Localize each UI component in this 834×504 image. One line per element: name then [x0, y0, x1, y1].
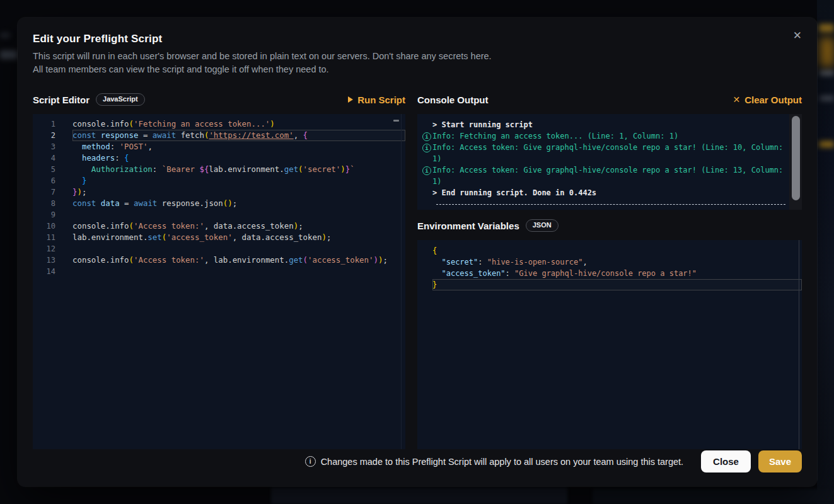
info-icon: i — [421, 130, 432, 142]
line-number: 4 — [33, 152, 55, 164]
script-editor-header: Script Editor JavaScript Run Script — [33, 93, 405, 106]
footer-notice: Changes made to this Preflight Script wi… — [321, 457, 683, 467]
code-line[interactable]: 8const data = await response.json(); — [33, 198, 405, 209]
backdrop-blur-shape — [820, 96, 834, 101]
backdrop-blur-shape — [820, 38, 834, 67]
code-line[interactable]: "access_token": "Give graphql-hive/conso… — [417, 268, 802, 279]
close-icon[interactable]: ✕ — [789, 26, 806, 45]
editor-scrollbar-thumb[interactable] — [393, 120, 399, 122]
code-line[interactable]: "secret": "hive-is-open-source", — [417, 256, 802, 268]
console-line: iInfo: Fetching an access token... (Line… — [421, 130, 802, 142]
close-button[interactable]: Close — [701, 450, 751, 472]
line-number: 8 — [33, 198, 55, 209]
code-line[interactable]: 10console.info('Access token:', data.acc… — [33, 220, 405, 232]
console-scrollbar-thumb[interactable] — [792, 116, 800, 200]
preflight-script-modal: ✕ Edit your Preflight Script This script… — [18, 18, 817, 486]
info-icon: i — [421, 164, 432, 187]
code-line[interactable]: 5 Authorization: `Bearer ${lab.environme… — [33, 164, 405, 175]
backdrop-blur-shape — [817, 0, 834, 504]
console-line: > Start running script — [421, 119, 802, 130]
console-line: iInfo: Access token: Give graphql-hive/c… — [421, 142, 802, 164]
clear-icon: ✕ — [733, 95, 740, 104]
line-number: 11 — [33, 232, 55, 243]
backdrop-blur-shape — [593, 489, 832, 504]
console-separator — [436, 204, 785, 205]
line-number: 10 — [33, 220, 55, 232]
code-line[interactable]: { — [417, 245, 802, 256]
javascript-badge: JavaScript — [96, 93, 145, 106]
backdrop-blur-shape — [271, 488, 567, 504]
clear-output-label: Clear Output — [744, 94, 802, 105]
line-number: 1 — [33, 118, 55, 130]
line-number: 3 — [33, 141, 55, 152]
console-line: > End running script. Done in 0.442s — [421, 187, 802, 198]
backdrop-blur-shape — [0, 50, 18, 59]
script-editor-column: Script Editor JavaScript Run Script 1con… — [33, 93, 405, 449]
code-line[interactable]: 7}); — [33, 186, 405, 198]
environment-header: Environment Variables JSON — [417, 219, 802, 232]
console-icon-spacer — [421, 119, 432, 130]
code-line[interactable]: 4 headers: { — [33, 152, 405, 164]
screen: ✕ Edit your Preflight Script This script… — [0, 0, 834, 504]
console-text: Info: Access token: Give graphql-hive/co… — [432, 142, 802, 164]
console-lines: > Start running scriptiInfo: Fetching an… — [421, 119, 802, 198]
code-line[interactable]: 3 method: 'POST', — [33, 141, 405, 152]
run-script-label: Run Script — [357, 94, 405, 105]
console-scrollbar-track[interactable] — [789, 114, 802, 210]
code-line[interactable]: 12 — [33, 243, 405, 255]
console-header: Console Output ✕ Clear Output — [417, 93, 802, 106]
clear-output-button[interactable]: ✕ Clear Output — [733, 94, 802, 105]
backdrop-blur-shape — [0, 33, 10, 38]
run-script-button[interactable]: Run Script — [348, 94, 405, 105]
console-output: > Start running scriptiInfo: Fetching an… — [417, 114, 802, 210]
line-number: 5 — [33, 164, 55, 175]
line-number: 13 — [33, 255, 55, 266]
info-icon: i — [305, 456, 316, 467]
code-line[interactable]: 6 } — [33, 175, 405, 186]
code-line[interactable]: 14 — [33, 266, 405, 277]
code-line[interactable]: 13console.info('Access token:', lab.envi… — [33, 255, 405, 266]
code-line[interactable]: 11lab.environment.set('access_token', da… — [33, 232, 405, 243]
line-number: 9 — [33, 209, 55, 220]
console-text: Info: Access token: Give graphql-hive/co… — [432, 164, 802, 187]
console-text: > End running script. Done in 0.442s — [432, 187, 802, 198]
modal-description-line1: This script will run in each user's brow… — [33, 50, 802, 63]
console-output-heading: Console Output — [417, 94, 489, 105]
backdrop-blur-shape — [819, 141, 834, 147]
json-badge: JSON — [526, 219, 559, 232]
modal-footer: i Changes made to this Preflight Script … — [33, 450, 802, 472]
line-number: 2 — [33, 130, 55, 141]
code-line[interactable]: } — [417, 279, 802, 290]
console-text: > Start running script — [432, 119, 802, 130]
script-editor-heading: Script Editor — [33, 94, 90, 105]
line-number: 12 — [33, 243, 55, 255]
code-line[interactable]: 9 — [33, 209, 405, 220]
line-number: 6 — [33, 175, 55, 186]
editor-columns: Script Editor JavaScript Run Script 1con… — [33, 93, 802, 449]
line-number: 14 — [33, 266, 55, 277]
save-button[interactable]: Save — [758, 450, 802, 472]
modal-description-line2: All team members can view the script and… — [33, 63, 802, 76]
code-line[interactable]: 1console.info('Fetching an access token.… — [33, 118, 405, 130]
backdrop-blur-shape — [819, 24, 834, 32]
console-icon-spacer — [421, 187, 432, 198]
modal-title: Edit your Preflight Script — [33, 33, 802, 45]
script-editor[interactable]: 1console.info('Fetching an access token.… — [33, 114, 405, 449]
console-line: iInfo: Access token: Give graphql-hive/c… — [421, 164, 802, 187]
play-icon — [348, 96, 353, 103]
console-column: Console Output ✕ Clear Output > Start ru… — [417, 93, 802, 449]
info-icon: i — [421, 142, 432, 164]
line-number: 7 — [33, 186, 55, 198]
environment-variables-heading: Environment Variables — [417, 220, 519, 231]
backdrop-blur-shape — [820, 71, 834, 76]
console-text: Info: Fetching an access token... (Line:… — [432, 130, 802, 142]
environment-editor[interactable]: { "secret": "hive-is-open-source", "acce… — [417, 240, 802, 449]
code-line[interactable]: 2const response = await fetch('https://t… — [33, 130, 405, 141]
